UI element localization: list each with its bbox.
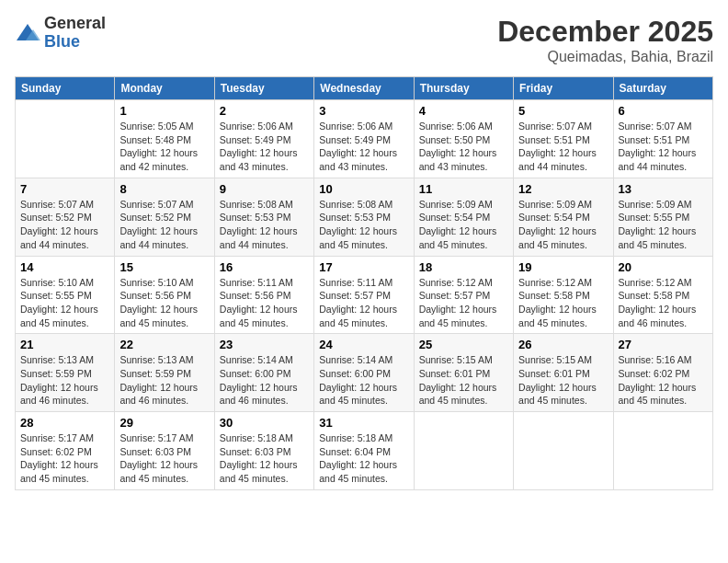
day-info: Sunrise: 5:18 AMSunset: 6:04 PMDaylight:… — [319, 432, 397, 484]
calendar-cell: 26 Sunrise: 5:15 AMSunset: 6:01 PMDaylig… — [514, 334, 613, 412]
day-number: 31 — [319, 416, 408, 430]
calendar-cell: 23 Sunrise: 5:14 AMSunset: 6:00 PMDaylig… — [214, 334, 313, 412]
calendar-cell: 16 Sunrise: 5:11 AMSunset: 5:56 PMDaylig… — [214, 256, 313, 334]
day-number: 1 — [119, 104, 209, 118]
calendar-cell: 13 Sunrise: 5:09 AMSunset: 5:55 PMDaylig… — [613, 178, 712, 256]
day-info: Sunrise: 5:07 AMSunset: 5:52 PMDaylight:… — [119, 199, 198, 250]
week-row-3: 21 Sunrise: 5:13 AMSunset: 5:59 PMDaylig… — [16, 334, 713, 412]
day-info: Sunrise: 5:09 AMSunset: 5:55 PMDaylight:… — [619, 199, 697, 250]
day-number: 12 — [518, 182, 608, 196]
day-number: 28 — [20, 416, 109, 430]
calendar-cell: 24 Sunrise: 5:14 AMSunset: 6:00 PMDaylig… — [314, 334, 414, 412]
day-number: 7 — [20, 182, 109, 196]
calendar-cell: 19 Sunrise: 5:12 AMSunset: 5:58 PMDaylig… — [514, 256, 613, 334]
day-info: Sunrise: 5:11 AMSunset: 5:56 PMDaylight:… — [220, 277, 298, 328]
calendar-cell: 9 Sunrise: 5:08 AMSunset: 5:53 PMDayligh… — [214, 178, 313, 256]
calendar-cell: 3 Sunrise: 5:06 AMSunset: 5:49 PMDayligh… — [314, 100, 414, 178]
day-number: 17 — [319, 260, 408, 274]
day-number: 8 — [119, 182, 209, 196]
calendar-header: SundayMondayTuesdayWednesdayThursdayFrid… — [16, 77, 713, 100]
day-info: Sunrise: 5:17 AMSunset: 6:03 PMDaylight:… — [119, 432, 198, 484]
day-info: Sunrise: 5:15 AMSunset: 6:01 PMDaylight:… — [419, 354, 497, 406]
day-info: Sunrise: 5:08 AMSunset: 5:53 PMDaylight:… — [220, 199, 298, 250]
calendar-cell: 25 Sunrise: 5:15 AMSunset: 6:01 PMDaylig… — [414, 334, 513, 412]
calendar-cell — [514, 412, 613, 490]
calendar-cell — [16, 100, 115, 178]
week-row-4: 28 Sunrise: 5:17 AMSunset: 6:02 PMDaylig… — [16, 412, 713, 490]
logo: General Blue — [15, 15, 106, 52]
day-number: 9 — [220, 182, 309, 196]
calendar-cell: 10 Sunrise: 5:08 AMSunset: 5:53 PMDaylig… — [314, 178, 414, 256]
day-number: 27 — [619, 338, 708, 351]
calendar-cell: 31 Sunrise: 5:18 AMSunset: 6:04 PMDaylig… — [314, 412, 414, 490]
calendar-cell — [414, 412, 513, 490]
header-thursday: Thursday — [414, 77, 513, 100]
logo-blue: Blue — [44, 33, 106, 52]
day-info: Sunrise: 5:12 AMSunset: 5:58 PMDaylight:… — [619, 277, 697, 328]
calendar-cell: 20 Sunrise: 5:12 AMSunset: 5:58 PMDaylig… — [613, 256, 712, 334]
day-number: 3 — [319, 104, 408, 118]
calendar-cell: 6 Sunrise: 5:07 AMSunset: 5:51 PMDayligh… — [613, 100, 712, 178]
calendar-table: SundayMondayTuesdayWednesdayThursdayFrid… — [15, 76, 713, 490]
calendar-body: 1 Sunrise: 5:05 AMSunset: 5:48 PMDayligh… — [16, 100, 713, 490]
calendar-cell: 11 Sunrise: 5:09 AMSunset: 5:54 PMDaylig… — [414, 178, 513, 256]
calendar-subtitle: Queimadas, Bahia, Brazil — [497, 49, 713, 65]
day-number: 14 — [20, 260, 109, 274]
day-number: 26 — [518, 338, 608, 351]
day-info: Sunrise: 5:12 AMSunset: 5:58 PMDaylight:… — [518, 277, 597, 328]
day-info: Sunrise: 5:09 AMSunset: 5:54 PMDaylight:… — [518, 199, 597, 250]
day-number: 15 — [119, 260, 209, 274]
header-monday: Monday — [115, 77, 214, 100]
day-info: Sunrise: 5:13 AMSunset: 5:59 PMDaylight:… — [20, 354, 98, 406]
calendar-cell: 30 Sunrise: 5:18 AMSunset: 6:03 PMDaylig… — [214, 412, 313, 490]
week-row-2: 14 Sunrise: 5:10 AMSunset: 5:55 PMDaylig… — [16, 256, 713, 334]
day-number: 18 — [419, 260, 508, 274]
day-info: Sunrise: 5:11 AMSunset: 5:57 PMDaylight:… — [319, 277, 397, 328]
day-number: 19 — [518, 260, 608, 274]
day-number: 4 — [419, 104, 508, 118]
day-number: 2 — [220, 104, 309, 118]
day-info: Sunrise: 5:12 AMSunset: 5:57 PMDaylight:… — [419, 277, 497, 328]
day-info: Sunrise: 5:17 AMSunset: 6:02 PMDaylight:… — [20, 432, 98, 484]
calendar-cell: 22 Sunrise: 5:13 AMSunset: 5:59 PMDaylig… — [115, 334, 214, 412]
header-friday: Friday — [514, 77, 613, 100]
day-info: Sunrise: 5:14 AMSunset: 6:00 PMDaylight:… — [319, 354, 397, 406]
calendar-cell: 12 Sunrise: 5:09 AMSunset: 5:54 PMDaylig… — [514, 178, 613, 256]
day-number: 13 — [619, 182, 708, 196]
page-header: General Blue December 2025 Queimadas, Ba… — [15, 15, 713, 65]
day-info: Sunrise: 5:06 AMSunset: 5:50 PMDaylight:… — [419, 121, 497, 172]
day-number: 11 — [419, 182, 508, 196]
calendar-cell: 29 Sunrise: 5:17 AMSunset: 6:03 PMDaylig… — [115, 412, 214, 490]
day-number: 23 — [220, 338, 309, 351]
logo-general: General — [44, 15, 106, 33]
calendar-cell — [613, 412, 712, 490]
day-info: Sunrise: 5:13 AMSunset: 5:59 PMDaylight:… — [119, 354, 198, 406]
day-info: Sunrise: 5:06 AMSunset: 5:49 PMDaylight:… — [220, 121, 298, 172]
header-sunday: Sunday — [16, 77, 115, 100]
day-info: Sunrise: 5:16 AMSunset: 6:02 PMDaylight:… — [619, 354, 697, 406]
logo-text: General Blue — [44, 15, 106, 52]
day-number: 24 — [319, 338, 408, 351]
day-info: Sunrise: 5:15 AMSunset: 6:01 PMDaylight:… — [518, 354, 597, 406]
calendar-cell: 5 Sunrise: 5:07 AMSunset: 5:51 PMDayligh… — [514, 100, 613, 178]
calendar-cell: 27 Sunrise: 5:16 AMSunset: 6:02 PMDaylig… — [613, 334, 712, 412]
day-number: 29 — [119, 416, 209, 430]
calendar-cell: 17 Sunrise: 5:11 AMSunset: 5:57 PMDaylig… — [314, 256, 414, 334]
day-info: Sunrise: 5:18 AMSunset: 6:03 PMDaylight:… — [220, 432, 298, 484]
calendar-cell: 1 Sunrise: 5:05 AMSunset: 5:48 PMDayligh… — [115, 100, 214, 178]
header-wednesday: Wednesday — [314, 77, 414, 100]
day-info: Sunrise: 5:06 AMSunset: 5:49 PMDaylight:… — [319, 121, 397, 172]
calendar-title: December 2025 — [497, 15, 713, 49]
day-number: 16 — [220, 260, 309, 274]
day-info: Sunrise: 5:08 AMSunset: 5:53 PMDaylight:… — [319, 199, 397, 250]
header-tuesday: Tuesday — [214, 77, 313, 100]
day-number: 30 — [220, 416, 309, 430]
day-info: Sunrise: 5:14 AMSunset: 6:00 PMDaylight:… — [220, 354, 298, 406]
calendar-cell: 7 Sunrise: 5:07 AMSunset: 5:52 PMDayligh… — [16, 178, 115, 256]
day-number: 21 — [20, 338, 109, 351]
week-row-1: 7 Sunrise: 5:07 AMSunset: 5:52 PMDayligh… — [16, 178, 713, 256]
day-number: 25 — [419, 338, 508, 351]
calendar-cell: 4 Sunrise: 5:06 AMSunset: 5:50 PMDayligh… — [414, 100, 513, 178]
header-saturday: Saturday — [613, 77, 712, 100]
day-info: Sunrise: 5:07 AMSunset: 5:52 PMDaylight:… — [20, 199, 98, 250]
